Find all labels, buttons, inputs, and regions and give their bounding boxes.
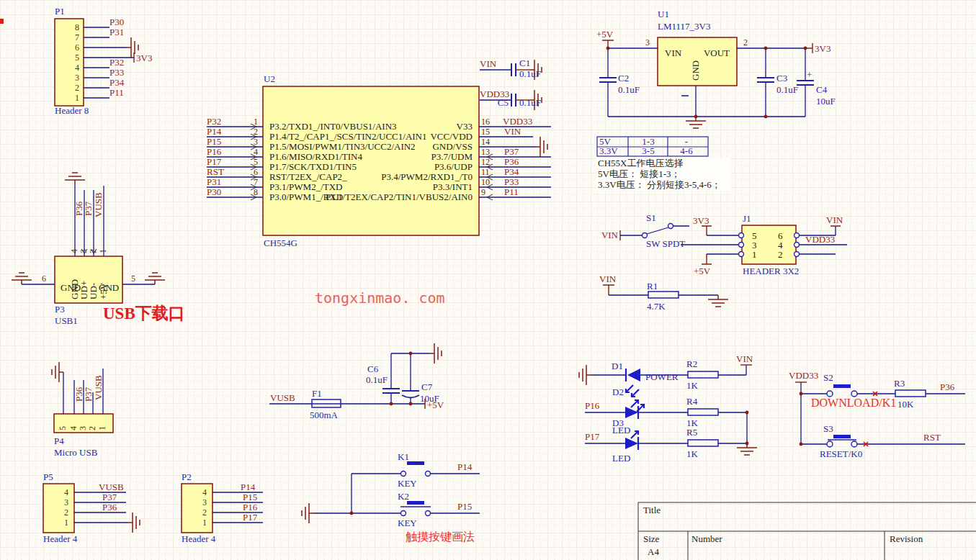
r4-refdes[interactable]: R4: [686, 396, 698, 407]
net-label[interactable]: P30: [109, 17, 124, 27]
p5-value[interactable]: Header 4: [43, 533, 78, 544]
c4-value[interactable]: 10uF: [816, 96, 836, 107]
s1-refdes[interactable]: S1: [646, 212, 656, 223]
j1-pin[interactable]: [739, 243, 744, 248]
net-label[interactable]: VUSB: [99, 482, 124, 492]
p2-refdes[interactable]: P2: [182, 471, 192, 482]
net-label[interactable]: P32: [207, 116, 221, 127]
button-terminal[interactable]: [401, 471, 406, 477]
net-label[interactable]: P15: [457, 501, 472, 512]
net-label[interactable]: P34: [109, 77, 125, 88]
net-label[interactable]: VUSB: [93, 192, 104, 217]
k1-value[interactable]: KEY: [398, 478, 417, 489]
u2-value[interactable]: CH554G: [264, 238, 297, 248]
j1-pin[interactable]: [739, 252, 744, 257]
net-label[interactable]: P30: [207, 186, 221, 197]
c6-refdes[interactable]: C6: [367, 363, 379, 374]
s2-value[interactable]: DOWNLOAD/K1: [811, 397, 896, 409]
p4-value[interactable]: Micro USB: [54, 447, 98, 458]
j1-value[interactable]: HEADER 3X2: [743, 266, 799, 276]
net-label[interactable]: P15: [207, 136, 221, 147]
r2-value[interactable]: 1K: [686, 380, 699, 391]
net-label[interactable]: VIN: [504, 126, 521, 137]
r5-value[interactable]: 1K: [686, 448, 699, 459]
f1-value[interactable]: 500mA: [310, 410, 339, 420]
c3-value[interactable]: 0.1uF: [776, 84, 798, 95]
c5-value[interactable]: 0.1uF: [519, 97, 541, 108]
s3-value[interactable]: RESET/K0: [820, 448, 862, 459]
p1-body[interactable]: [55, 19, 84, 106]
c3-refdes[interactable]: C3: [776, 73, 787, 83]
net-label[interactable]: VUSB: [93, 375, 104, 400]
k2-refdes[interactable]: K2: [398, 491, 409, 502]
button-terminal[interactable]: [426, 471, 431, 477]
c5-refdes[interactable]: C5: [498, 97, 509, 108]
k2-value[interactable]: KEY: [398, 518, 417, 528]
button-terminal[interactable]: [851, 391, 857, 397]
button-icon[interactable]: [833, 384, 851, 388]
net-label[interactable]: P11: [504, 186, 519, 197]
net-label[interactable]: P17: [207, 156, 222, 167]
net-label[interactable]: P33: [504, 176, 519, 187]
c1-value[interactable]: 0.1uF: [519, 68, 541, 79]
power-port-label[interactable]: +5V: [694, 266, 711, 276]
s2-refdes[interactable]: S2: [823, 372, 833, 383]
d3-value[interactable]: LED: [612, 453, 630, 464]
power-port-label[interactable]: VIN: [736, 353, 753, 364]
d1-value[interactable]: POWER: [645, 371, 679, 382]
c4-refdes[interactable]: C4: [816, 84, 828, 95]
net-label[interactable]: P14: [457, 461, 473, 472]
net-label[interactable]: VUSB: [270, 392, 295, 403]
net-label[interactable]: P16: [243, 502, 258, 512]
net-label[interactable]: RST: [207, 166, 224, 177]
net-label[interactable]: P16: [207, 146, 222, 157]
net-label[interactable]: VDD33: [503, 116, 532, 127]
r3-value[interactable]: 10K: [897, 399, 914, 410]
f1-refdes[interactable]: F1: [312, 388, 322, 399]
p5-body[interactable]: [43, 484, 74, 533]
button-terminal[interactable]: [851, 441, 857, 447]
power-port-label[interactable]: VDD33: [789, 370, 818, 381]
p3-refdes[interactable]: P3: [55, 304, 65, 315]
j1-body[interactable]: [742, 225, 796, 264]
s1-value[interactable]: SW SPDT: [646, 238, 685, 249]
net-label[interactable]: P36: [504, 156, 519, 167]
net-label[interactable]: VDD33: [805, 234, 835, 245]
c2-value[interactable]: 0.1uF: [618, 84, 640, 95]
net-label[interactable]: P11: [109, 87, 124, 98]
net-label[interactable]: P17: [243, 512, 258, 523]
p3-value[interactable]: USB1: [55, 315, 78, 326]
net-label[interactable]: P34: [504, 166, 519, 177]
p5-refdes[interactable]: P5: [43, 471, 53, 482]
switch-terminal[interactable]: [668, 224, 673, 229]
u1-value[interactable]: LM1117_3V3: [658, 21, 710, 32]
power-port-label[interactable]: +5V: [427, 399, 444, 410]
c2-refdes[interactable]: C2: [618, 73, 629, 83]
power-port-label[interactable]: VIN: [601, 230, 619, 240]
d1-refdes[interactable]: D1: [612, 361, 623, 371]
net-label[interactable]: P15: [243, 492, 257, 502]
j1-refdes[interactable]: J1: [743, 213, 751, 224]
j1-pin[interactable]: [739, 233, 744, 238]
c7-refdes[interactable]: C7: [421, 381, 433, 392]
power-port-label[interactable]: VIN: [599, 274, 617, 284]
c6-value[interactable]: 0.1uF: [366, 374, 388, 385]
r3-refdes[interactable]: R3: [894, 378, 905, 389]
j1-pin[interactable]: [794, 252, 800, 257]
net-label[interactable]: P31: [109, 27, 124, 37]
button-terminal[interactable]: [827, 391, 833, 397]
net-label[interactable]: P14: [207, 126, 222, 137]
p2-body[interactable]: [182, 484, 212, 533]
net-label[interactable]: P33: [109, 67, 124, 78]
d3-refdes[interactable]: D3: [612, 417, 624, 428]
j1-pin[interactable]: [794, 243, 800, 248]
power-port-label[interactable]: +5V: [596, 29, 614, 40]
p4-refdes[interactable]: P4: [54, 435, 64, 446]
power-port-label[interactable]: VIN: [826, 214, 843, 225]
button-terminal[interactable]: [426, 511, 431, 516]
net-label[interactable]: P37: [83, 387, 94, 402]
net-label[interactable]: P37: [504, 146, 519, 157]
net-label[interactable]: P17: [585, 431, 600, 442]
button-terminal[interactable]: [827, 441, 833, 447]
net-label[interactable]: P36: [102, 502, 117, 512]
